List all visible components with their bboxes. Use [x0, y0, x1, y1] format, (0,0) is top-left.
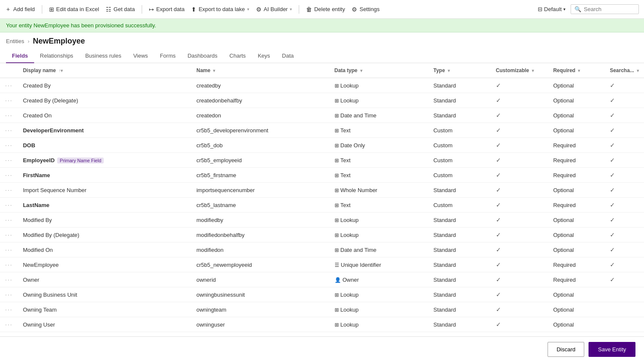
- fields-table: Display name ↑▾ Name ▾ Data type ▾ Type …: [0, 63, 644, 362]
- row-action-dots[interactable]: ···: [0, 302, 18, 317]
- edit-excel-button[interactable]: ⊞ Edit data in Excel: [49, 6, 99, 13]
- col-header-customizable[interactable]: Customizable ▾: [491, 63, 548, 78]
- datatype-icon: ⊞: [335, 202, 339, 208]
- row-customizable: ✓: [491, 138, 548, 153]
- datatype-icon: ⊞: [335, 292, 339, 298]
- row-searchable: ✓: [605, 228, 644, 242]
- col-header-searchable[interactable]: Searcha... ▾: [605, 63, 644, 78]
- row-data-type: ⊞Lookup: [329, 287, 428, 302]
- table-row: ···Owning Teamowningteam⊞LookupStandard✓…: [0, 302, 644, 317]
- customizable-check: ✓: [496, 187, 501, 193]
- row-name: owningbusinessunit: [191, 287, 329, 302]
- row-action-dots[interactable]: ···: [0, 153, 18, 168]
- row-name: owninguser: [191, 317, 329, 332]
- save-entity-button[interactable]: Save Entity: [589, 342, 635, 357]
- breadcrumb: Entities › NewEmployee: [0, 32, 644, 47]
- row-action-dots[interactable]: ···: [0, 198, 18, 213]
- table-row: ···FirstNamecr5b5_firstname⊞TextCustom✓R…: [0, 168, 644, 183]
- tab-keys[interactable]: Keys: [252, 49, 276, 63]
- export-data-button[interactable]: ↦ Export data: [149, 6, 185, 13]
- row-customizable: ✓: [491, 123, 548, 138]
- row-searchable: ✓: [605, 242, 644, 257]
- search-input[interactable]: [584, 6, 635, 12]
- row-required: Optional: [548, 213, 605, 228]
- tab-data[interactable]: Data: [276, 49, 300, 63]
- datatype-icon: ⊞: [335, 217, 339, 223]
- row-action-dots[interactable]: ···: [0, 272, 18, 287]
- datatype-icon: ⊞: [335, 172, 339, 178]
- search-box[interactable]: 🔍: [571, 4, 639, 14]
- datatype-icon: ⊞: [335, 98, 339, 104]
- tab-charts[interactable]: Charts: [224, 49, 252, 63]
- customizable-check: ✓: [496, 306, 501, 313]
- row-action-dots[interactable]: ···: [0, 183, 18, 198]
- row-action-dots[interactable]: ···: [0, 108, 18, 123]
- row-action-dots[interactable]: ···: [0, 242, 18, 257]
- row-data-type: ⊞Lookup: [329, 228, 428, 242]
- row-action-dots[interactable]: ···: [0, 228, 18, 242]
- row-searchable: ✓: [605, 108, 644, 123]
- ai-builder-button[interactable]: ⚙ AI Builder ▾: [256, 6, 292, 13]
- col-header-required[interactable]: Required ▾: [548, 63, 605, 78]
- row-searchable: ✓: [605, 183, 644, 198]
- table-row: ···Modified Bymodifiedby⊞LookupStandard✓…: [0, 213, 644, 228]
- tab-business-rules[interactable]: Business rules: [79, 49, 128, 63]
- customizable-check: ✓: [496, 82, 501, 89]
- row-action-dots[interactable]: ···: [0, 93, 18, 108]
- breadcrumb-parent[interactable]: Entities: [6, 38, 24, 44]
- row-type: Standard: [428, 213, 490, 228]
- row-required: Optional: [548, 93, 605, 108]
- row-action-dots[interactable]: ···: [0, 78, 18, 93]
- row-customizable: ✓: [491, 257, 548, 272]
- export-lake-button[interactable]: ⬆ Export to data lake ▾: [191, 6, 249, 13]
- searchable-check: ✓: [610, 187, 615, 193]
- settings-button[interactable]: ⚙ Settings: [352, 6, 379, 13]
- table-row: ···DeveloperEnvironmentcr5b5_developeren…: [0, 123, 644, 138]
- get-data-button[interactable]: ☷ Get data: [106, 6, 135, 13]
- default-button[interactable]: ⊟ Default ▾: [538, 6, 565, 12]
- row-action-dots[interactable]: ···: [0, 138, 18, 153]
- customizable-check: ✓: [496, 231, 501, 238]
- row-action-dots[interactable]: ···: [0, 213, 18, 228]
- datatype-icon: 👤: [335, 277, 341, 283]
- tab-fields[interactable]: Fields: [6, 49, 34, 63]
- edit-excel-icon: ⊞: [49, 6, 54, 13]
- col-header-datatype[interactable]: Data type ▾: [329, 63, 428, 78]
- add-field-button[interactable]: ＋ Add field: [5, 6, 35, 13]
- tab-dashboards[interactable]: Dashboards: [181, 49, 223, 63]
- delete-entity-button[interactable]: 🗑 Delete entity: [306, 6, 345, 13]
- datatype-icon: ⊞: [335, 232, 339, 238]
- customizable-check: ✓: [496, 97, 501, 104]
- tab-relationships[interactable]: Relationships: [34, 49, 79, 63]
- table-row: ···Created Bycreatedby⊞LookupStandard✓Op…: [0, 78, 644, 93]
- row-customizable: ✓: [491, 153, 548, 168]
- row-action-dots[interactable]: ···: [0, 168, 18, 183]
- row-type: Standard: [428, 78, 490, 93]
- row-type: Standard: [428, 317, 490, 332]
- tab-views[interactable]: Views: [127, 49, 154, 63]
- tab-navigation: Fields Relationships Business rules View…: [0, 49, 644, 63]
- row-name: cr5b5_developerenvironment: [191, 123, 329, 138]
- col-header-display-name[interactable]: Display name ↑▾: [18, 63, 192, 78]
- row-display-name: FirstName: [18, 168, 192, 183]
- tab-forms[interactable]: Forms: [154, 49, 182, 63]
- row-name: modifiedon: [191, 242, 329, 257]
- row-action-dots[interactable]: ···: [0, 287, 18, 302]
- row-action-dots[interactable]: ···: [0, 123, 18, 138]
- discard-button[interactable]: Discard: [548, 342, 584, 357]
- row-action-dots[interactable]: ···: [0, 257, 18, 272]
- row-type: Standard: [428, 93, 490, 108]
- settings-icon: ⚙: [352, 6, 357, 13]
- row-data-type: ⊞Whole Number: [329, 183, 428, 198]
- row-searchable: ✓: [605, 213, 644, 228]
- col-header-name[interactable]: Name ▾: [191, 63, 329, 78]
- row-action-dots[interactable]: ···: [0, 317, 18, 332]
- default-chevron-icon: ▾: [563, 7, 565, 12]
- toolbar-separator-2: [142, 5, 142, 14]
- row-data-type: ⊞Text: [329, 123, 428, 138]
- row-customizable: ✓: [491, 108, 548, 123]
- searchable-check: ✓: [610, 142, 615, 149]
- row-name: createdonbehalfby: [191, 93, 329, 108]
- row-type: Standard: [428, 287, 490, 302]
- col-header-type[interactable]: Type ▾: [428, 63, 490, 78]
